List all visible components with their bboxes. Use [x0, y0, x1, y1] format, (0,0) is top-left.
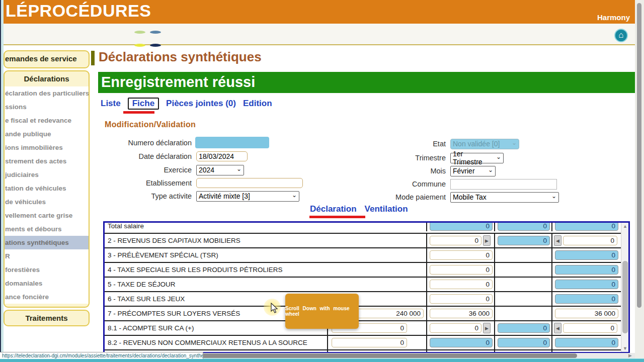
amount-input[interactable] — [430, 323, 481, 333]
sidebar-item[interactable]: tation de véhicules — [5, 182, 89, 195]
sidebar-item[interactable]: forestières — [5, 263, 89, 277]
mois-select[interactable]: Février⌄ — [450, 166, 496, 176]
page-vertical-scrollbar[interactable] — [635, 0, 644, 358]
sidebar-item[interactable]: ations synthétiques — [5, 236, 89, 249]
mouse-cursor — [271, 303, 279, 314]
amount-input[interactable] — [430, 265, 493, 275]
table-cell-c — [494, 221, 551, 231]
etablissement-input[interactable] — [196, 178, 303, 188]
app-header: LÉPROCÉDURES Harmony — [4, 0, 635, 24]
table-scrollbar-thumb[interactable] — [622, 261, 628, 333]
chevron-down-icon: ⌄ — [512, 139, 517, 146]
amount-input — [498, 323, 550, 333]
table-row: 6 - TAXE SUR LES JEUX — [105, 292, 621, 307]
commune-input[interactable] — [450, 179, 557, 190]
trimestre-select[interactable]: 1er Trimestre⌄ — [450, 153, 504, 163]
sidebar-item[interactable]: vellement carte grise — [5, 209, 89, 222]
title-accent-bar — [91, 51, 95, 65]
tab-edition[interactable]: Edition — [243, 99, 272, 109]
table-row: 3 - PRÉLÈVEMENT SPÉCIAL (TSR) — [105, 248, 621, 263]
success-banner-text: Enregistrement réussi — [101, 74, 255, 90]
exercice-label: Exercice — [103, 166, 196, 174]
table-row-label: 8.2 - REVENUS NON COMMERCIAUX RETENUS A … — [105, 336, 327, 349]
sidebar-item[interactable]: éclaration des particuliers — [5, 86, 89, 100]
date-declaration-input[interactable] — [196, 151, 248, 161]
sidebar-section-traitements[interactable]: Traitements — [4, 310, 90, 326]
tab-ventilation[interactable]: Ventilation — [365, 204, 408, 214]
amount-input[interactable] — [430, 309, 493, 318]
scroll-up-icon[interactable]: ▲ — [621, 223, 629, 230]
transfer-left-button[interactable]: ◀ — [554, 235, 561, 246]
sidebar-item[interactable]: judiciaires — [5, 168, 89, 182]
sidebar-item[interactable]: ments et débours — [5, 222, 89, 236]
tab-declaration[interactable]: Déclaration — [310, 204, 357, 214]
transfer-right-button[interactable]: ▶ — [483, 323, 491, 333]
amount-input — [555, 338, 618, 347]
sidebar-item[interactable]: ssions — [5, 100, 89, 114]
table-cell-d: ◀ — [551, 234, 621, 247]
toolbar-icon-left[interactable] — [134, 29, 146, 49]
table-row: 4 - TAXE SPECIALE SUR LES PRODUITS PÉTRO… — [105, 263, 621, 278]
amount-input[interactable] — [555, 309, 618, 318]
amount-input[interactable] — [430, 250, 493, 260]
sidebar-section-demandes[interactable]: emandes de service — [4, 50, 90, 68]
tab-fiche[interactable]: Fiche — [128, 98, 159, 110]
sidebar-item[interactable]: domaniales — [5, 277, 89, 290]
sidebar-item[interactable]: ande publique — [5, 127, 89, 141]
amount-input — [555, 250, 618, 260]
exercice-select[interactable]: 2024⌄ — [196, 165, 244, 175]
amount-input[interactable] — [430, 294, 493, 304]
table-cell-c — [494, 307, 551, 320]
table-cell-d — [551, 221, 621, 231]
amount-input — [555, 265, 618, 275]
table-row-label: 3 - PRÉLÈVEMENT SPÉCIAL (TSR) — [105, 248, 426, 262]
amount-input[interactable] — [563, 236, 617, 245]
tab-pieces-jointes[interactable]: Pièces jointes (0) — [166, 99, 236, 109]
type-activite-select[interactable]: Activité mixte [3]⌄ — [196, 191, 299, 202]
table-vertical-scrollbar[interactable]: ▲ ▼ — [621, 223, 628, 352]
table-row: 7 - PRÉCOMPTES SUR LOYERS VERSÉS — [105, 307, 621, 321]
amount-input — [555, 280, 618, 289]
success-banner: Enregistrement réussi — [98, 72, 635, 93]
etat-label: Etat — [352, 140, 450, 148]
transfer-left-button[interactable]: ◀ — [554, 323, 561, 333]
tab-liste[interactable]: Liste — [101, 99, 121, 109]
sidebar-item[interactable]: e fiscal et redevance — [5, 114, 89, 127]
mode-paiement-select[interactable]: Mobile Tax⌄ — [450, 192, 559, 203]
section-title: Modification/Validation — [105, 120, 196, 129]
mois-label: Mois — [352, 167, 450, 175]
table-row: 5 - TAXE DE SÉJOUR — [105, 278, 621, 292]
scroll-tooltip-text: Scroll Down with mouse wheel — [285, 306, 359, 317]
declaration-sub-tabs: Déclaration Ventilation — [310, 204, 408, 214]
table-cell-c — [494, 321, 551, 335]
amount-input[interactable] — [563, 323, 617, 333]
table-cell-c — [494, 336, 551, 349]
table-cell-d — [551, 307, 621, 320]
page-scrollbar-thumb[interactable] — [637, 3, 641, 308]
amount-input — [430, 221, 493, 231]
amount-input[interactable] — [332, 338, 407, 347]
amount-input[interactable] — [430, 236, 481, 245]
scroll-right-icon[interactable]: ▶ — [628, 353, 632, 358]
toolbar: ⌂ — [4, 24, 635, 45]
table-cell-b — [426, 221, 494, 231]
scroll-tooltip: Scroll Down with mouse wheel — [285, 294, 359, 329]
scroll-down-icon[interactable]: ▼ — [621, 345, 629, 352]
toolbar-icon-right[interactable] — [149, 29, 162, 49]
table-cell-d — [551, 292, 621, 306]
sidebar-item[interactable]: ance foncière — [5, 290, 89, 304]
sidebar-item[interactable]: strement des actes — [5, 154, 89, 168]
home-icon[interactable]: ⌂ — [614, 29, 628, 42]
table-cell-d — [551, 278, 621, 291]
sidebar-item[interactable]: de véhicules — [5, 195, 89, 209]
numero-declaration-field[interactable] — [196, 137, 272, 148]
sidebar-item[interactable]: R — [5, 249, 89, 263]
table-row: 8.2 - REVENUS NON COMMERCIAUX RETENUS A … — [105, 336, 621, 350]
table-cell-b — [426, 263, 494, 277]
amount-input[interactable] — [430, 280, 493, 289]
transfer-right-button[interactable]: ▶ — [483, 235, 491, 246]
chevron-down-icon: ⌄ — [488, 166, 493, 173]
declaration-table: Total salaire2 - REVENUS DES CAPITAUX MO… — [103, 221, 630, 353]
sidebar-item[interactable]: ions immobilières — [5, 141, 89, 154]
mode-paiement-label: Mode paiement — [352, 193, 450, 201]
